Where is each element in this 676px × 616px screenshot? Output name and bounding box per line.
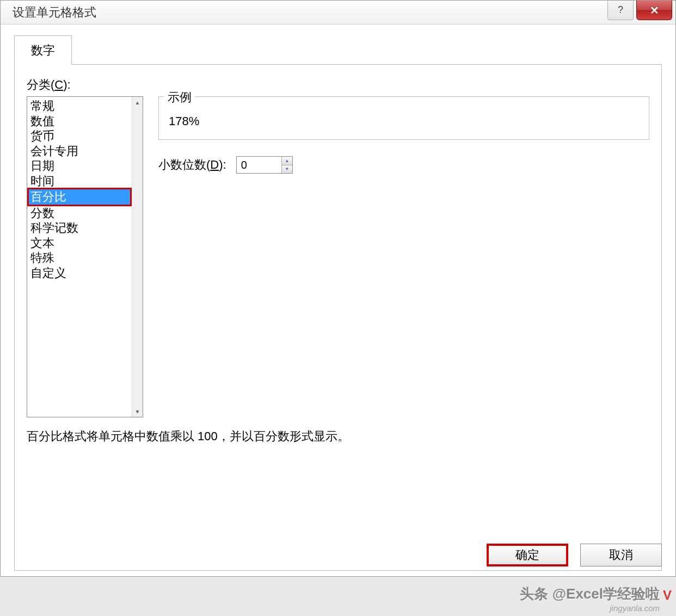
- example-value: 178%: [169, 114, 639, 128]
- help-button[interactable]: ?: [607, 1, 634, 20]
- dialog-window: 设置单元格格式 ? ✕ 数字 分类(C): 常规数值货币会计专用日期时间百分比分…: [0, 0, 676, 577]
- decimal-spinner[interactable]: ▲ ▼: [236, 156, 293, 174]
- columns: 常规数值货币会计专用日期时间百分比分数科学记数文本特殊自定义 ▲ ▼ 示例 17…: [27, 96, 649, 417]
- ok-button[interactable]: 确定: [487, 544, 568, 566]
- list-item[interactable]: 百分比: [27, 188, 132, 206]
- list-item[interactable]: 常规: [27, 98, 132, 114]
- close-button[interactable]: ✕: [636, 1, 672, 20]
- category-label: 分类(C):: [27, 77, 649, 93]
- category-listbox[interactable]: 常规数值货币会计专用日期时间百分比分数科学记数文本特殊自定义 ▲ ▼: [27, 96, 143, 417]
- watermark-url: jingyanla.com: [610, 603, 660, 613]
- example-legend: 示例: [164, 89, 195, 106]
- list-item[interactable]: 日期: [27, 158, 132, 174]
- scrollbar[interactable]: ▲ ▼: [132, 97, 143, 417]
- tab-number[interactable]: 数字: [14, 35, 72, 65]
- watermark-badge: V: [663, 588, 672, 603]
- example-group: 示例 178%: [158, 96, 649, 140]
- watermark: 头条 @Excel学经验啦 jingyanla.com V: [520, 584, 660, 613]
- list-item[interactable]: 自定义: [27, 266, 132, 281]
- content-area: 数字 分类(C): 常规数值货币会计专用日期时间百分比分数科学记数文本特殊自定义…: [1, 24, 675, 576]
- list-item[interactable]: 数值: [27, 114, 132, 129]
- list-item[interactable]: 科学记数: [27, 220, 132, 236]
- cancel-button[interactable]: 取消: [580, 544, 662, 566]
- spin-down-button[interactable]: ▼: [282, 165, 292, 174]
- watermark-text: 头条 @Excel学经验啦: [520, 584, 660, 603]
- scroll-up-icon[interactable]: ▲: [132, 97, 143, 108]
- window-title: 设置单元格格式: [13, 4, 96, 21]
- list-item[interactable]: 分数: [27, 206, 132, 221]
- main-panel: 分类(C): 常规数值货币会计专用日期时间百分比分数科学记数文本特殊自定义 ▲ …: [14, 65, 662, 571]
- list-item[interactable]: 特殊: [27, 250, 132, 266]
- right-column: 示例 178% 小数位数(D): ▲ ▼: [158, 96, 649, 417]
- list-item[interactable]: 货币: [27, 128, 132, 144]
- decimal-input[interactable]: [237, 157, 281, 173]
- titlebar: 设置单元格格式 ? ✕: [1, 1, 675, 24]
- category-list: 常规数值货币会计专用日期时间百分比分数科学记数文本特殊自定义: [27, 97, 132, 417]
- decimal-label: 小数位数(D):: [158, 157, 226, 173]
- list-item[interactable]: 会计专用: [27, 144, 132, 159]
- spin-up-button[interactable]: ▲: [282, 157, 292, 165]
- list-item[interactable]: 时间: [27, 174, 132, 189]
- decimal-row: 小数位数(D): ▲ ▼: [158, 156, 649, 174]
- format-description: 百分比格式将单元格中数值乘以 100，并以百分数形式显示。: [27, 428, 649, 445]
- scroll-down-icon[interactable]: ▼: [132, 406, 143, 417]
- spinner-buttons: ▲ ▼: [281, 157, 292, 173]
- titlebar-buttons: ? ✕: [607, 1, 675, 20]
- tab-strip: 数字: [14, 35, 662, 65]
- dialog-buttons: 确定 取消: [487, 544, 662, 566]
- list-item[interactable]: 文本: [27, 236, 132, 251]
